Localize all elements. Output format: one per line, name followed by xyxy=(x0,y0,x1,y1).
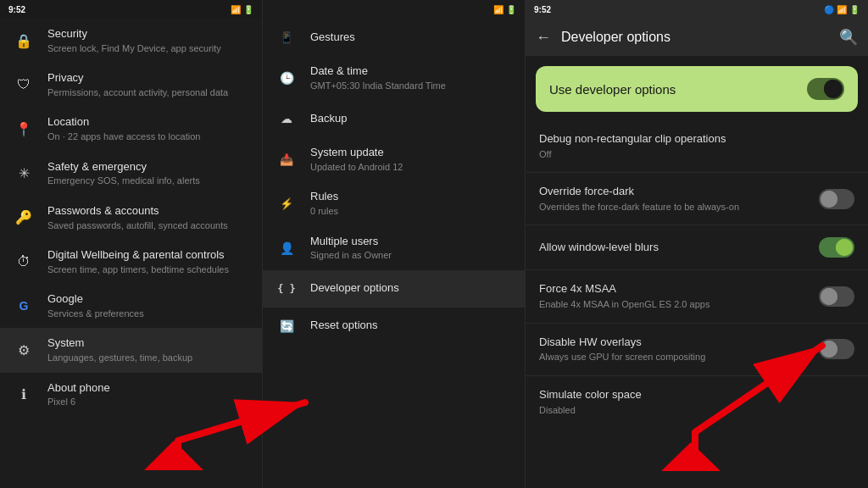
status-bar-1: 9:52 📶 🔋 xyxy=(0,0,262,19)
submenu-item-sysupdate[interactable]: 📥 System update Updated to Android 12 xyxy=(263,137,525,181)
dev-option-color-space[interactable]: Simulate color space Disabled xyxy=(526,378,868,426)
time-3: 9:52 xyxy=(534,5,551,14)
google-title: Google xyxy=(47,292,248,307)
settings-item-privacy[interactable]: 🛡 Privacy Permissions, account activity,… xyxy=(0,63,262,107)
submenu-item-devopt[interactable]: { } Developer options xyxy=(263,270,525,308)
submenu-item-gestures[interactable]: 📱 Gestures xyxy=(263,19,525,56)
developer-options-panel: 9:52 🔵 📶 🔋 ← Developer options 🔍 Use dev… xyxy=(526,0,868,488)
settings-list: 🔒 Security Screen lock, Find My Device, … xyxy=(0,19,262,488)
search-icon[interactable]: 🔍 xyxy=(839,28,858,47)
location-icon: 📍 xyxy=(14,119,34,139)
force-msaa-subtitle: Enable 4x MSAA in OpenGL ES 2.0 apps xyxy=(539,298,809,310)
color-space-subtitle: Disabled xyxy=(539,404,854,416)
dev-option-window-blur[interactable]: Allow window-level blurs xyxy=(526,227,868,268)
rules-icon: ⚡ xyxy=(276,193,297,214)
reset-icon: 🔄 xyxy=(276,316,297,336)
devopt-title: Developer options xyxy=(310,281,511,296)
gestures-icon: 📱 xyxy=(276,27,297,47)
settings-item-security[interactable]: 🔒 Security Screen lock, Find My Device, … xyxy=(0,19,262,63)
submenu-item-users[interactable]: 👤 Multiple users Signed in as Owner xyxy=(263,226,525,270)
force-msaa-title: Force 4x MSAA xyxy=(539,282,809,297)
settings-item-google[interactable]: G Google Services & preferences xyxy=(0,284,262,328)
disable-hw-title: Disable HW overlays xyxy=(539,336,809,350)
dev-options-header: ← Developer options 🔍 xyxy=(526,19,868,56)
settings-item-wellbeing[interactable]: ⏱ Digital Wellbeing & parental controls … xyxy=(0,240,262,284)
security-title: Security xyxy=(47,27,248,42)
window-blur-title: Allow window-level blurs xyxy=(539,241,809,255)
use-developer-options-card[interactable]: Use developer options xyxy=(536,66,858,112)
google-subtitle: Services & preferences xyxy=(47,308,248,319)
status-icons-1: 📶 🔋 xyxy=(231,5,253,14)
submenu-item-datetime[interactable]: 🕒 Date & time GMT+05:30 India Standard T… xyxy=(263,56,525,100)
location-title: Location xyxy=(47,115,248,130)
datetime-subtitle: GMT+05:30 India Standard Time xyxy=(310,80,511,92)
wellbeing-icon: ⏱ xyxy=(14,252,34,272)
devopt-icon: { } xyxy=(276,279,297,299)
privacy-title: Privacy xyxy=(47,71,248,86)
back-button[interactable]: ← xyxy=(536,29,551,47)
settings-item-passwords[interactable]: 🔑 Passwords & accounts Saved passwords, … xyxy=(0,196,262,240)
about-icon: ℹ xyxy=(14,385,34,405)
gestures-title: Gestures xyxy=(310,30,511,45)
dev-option-force-msaa[interactable]: Force 4x MSAA Enable 4x MSAA in OpenGL E… xyxy=(526,272,868,320)
dev-option-debug-clip[interactable]: Debug non-rectangular clip operations Of… xyxy=(526,122,868,170)
system-submenu-panel: 📶 🔋 📱 Gestures 🕒 Date & time GMT+05:30 I… xyxy=(263,0,526,488)
security-icon: 🔒 xyxy=(14,30,34,51)
dev-options-title: Developer options xyxy=(561,30,829,45)
divider-1 xyxy=(526,172,868,173)
backup-title: Backup xyxy=(310,112,511,126)
backup-icon: ☁ xyxy=(276,108,297,129)
privacy-icon: 🛡 xyxy=(14,75,34,95)
window-blur-toggle[interactable] xyxy=(819,237,854,258)
datetime-title: Date & time xyxy=(310,64,511,79)
system-icon: ⚙ xyxy=(14,340,34,360)
users-subtitle: Signed in as Owner xyxy=(310,249,511,261)
reset-title: Reset options xyxy=(310,319,511,333)
dev-options-content: Use developer options Debug non-rectangu… xyxy=(526,56,868,488)
privacy-subtitle: Permissions, account activity, personal … xyxy=(47,86,248,98)
dev-option-disable-hw[interactable]: Disable HW overlays Always use GPU for s… xyxy=(526,325,868,374)
settings-item-about[interactable]: ℹ About phone Pixel 6 xyxy=(0,373,262,417)
settings-panel: 9:52 📶 🔋 🔒 Security Screen lock, Find My… xyxy=(0,0,263,488)
sysupdate-icon: 📥 xyxy=(276,149,297,169)
about-title: About phone xyxy=(47,381,248,396)
time-1: 9:52 xyxy=(8,5,25,14)
dev-option-override-dark[interactable]: Override force-dark Overrides the force-… xyxy=(526,175,868,223)
rules-title: Rules xyxy=(310,190,511,204)
users-icon: 👤 xyxy=(276,238,297,258)
google-icon: G xyxy=(14,296,34,316)
submenu-item-rules[interactable]: ⚡ Rules 0 rules xyxy=(263,181,525,225)
force-msaa-toggle[interactable] xyxy=(819,286,854,307)
about-subtitle: Pixel 6 xyxy=(47,396,248,408)
settings-item-system[interactable]: ⚙ System Languages, gestures, time, back… xyxy=(0,328,262,372)
dev-toggle-switch[interactable] xyxy=(807,78,844,100)
submenu-item-reset[interactable]: 🔄 Reset options xyxy=(263,308,525,345)
wifi-icon: 📶 xyxy=(231,5,241,14)
color-space-title: Simulate color space xyxy=(539,388,854,402)
wellbeing-subtitle: Screen time, app timers, bedtime schedul… xyxy=(47,263,248,275)
passwords-icon: 🔑 xyxy=(14,208,34,228)
settings-item-location[interactable]: 📍 Location On · 22 apps have access to l… xyxy=(0,107,262,151)
safety-icon: ✳ xyxy=(14,164,34,184)
sysupdate-subtitle: Updated to Android 12 xyxy=(310,161,511,173)
debug-clip-title: Debug non-rectangular clip operations xyxy=(539,132,854,147)
divider-5 xyxy=(526,375,868,376)
system-title: System xyxy=(47,336,248,351)
system-subtitle: Languages, gestures, time, backup xyxy=(47,352,248,363)
override-dark-toggle[interactable] xyxy=(819,189,854,209)
settings-item-safety[interactable]: ✳ Safety & emergency Emergency SOS, medi… xyxy=(0,152,262,196)
status-bar-3: 9:52 🔵 📶 🔋 xyxy=(526,0,868,19)
override-dark-subtitle: Overrides the force-dark feature to be a… xyxy=(539,201,809,213)
debug-clip-subtitle: Off xyxy=(539,148,854,160)
override-dark-title: Override force-dark xyxy=(539,185,809,199)
wellbeing-title: Digital Wellbeing & parental controls xyxy=(47,248,248,263)
sysupdate-title: System update xyxy=(310,146,511,160)
disable-hw-toggle[interactable] xyxy=(819,339,854,359)
rules-subtitle: 0 rules xyxy=(310,205,511,217)
divider-4 xyxy=(526,323,868,324)
submenu-item-backup[interactable]: ☁ Backup xyxy=(263,100,525,137)
security-subtitle: Screen lock, Find My Device, app securit… xyxy=(47,42,248,54)
passwords-title: Passwords & accounts xyxy=(47,204,248,219)
passwords-subtitle: Saved passwords, autofill, synced accoun… xyxy=(47,219,248,231)
location-subtitle: On · 22 apps have access to location xyxy=(47,130,248,142)
